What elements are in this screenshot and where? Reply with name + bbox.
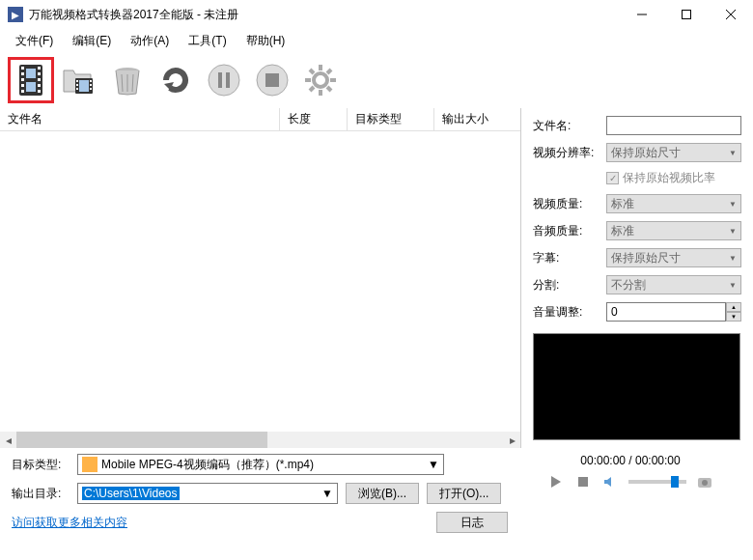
- add-file-button[interactable]: [8, 57, 54, 103]
- svg-line-40: [327, 87, 331, 91]
- open-button[interactable]: 打开(O)...: [427, 483, 501, 504]
- spinner-up[interactable]: ▲: [726, 302, 741, 312]
- settings-button[interactable]: [297, 57, 344, 103]
- subtitle-label: 字幕:: [533, 250, 600, 266]
- svg-rect-18: [76, 80, 78, 82]
- pause-button[interactable]: [201, 57, 247, 103]
- col-output-size[interactable]: 输出大小: [434, 108, 520, 130]
- svg-rect-9: [21, 90, 24, 93]
- output-dir-label: 输出目录:: [12, 486, 70, 502]
- volume-icon[interactable]: [601, 473, 619, 490]
- output-dir-select[interactable]: C:\Users\1\Videos ▼: [77, 483, 338, 504]
- menu-tools[interactable]: 工具(T): [181, 31, 234, 51]
- filename-input[interactable]: [606, 116, 741, 135]
- svg-point-34: [314, 73, 327, 87]
- menu-edit[interactable]: 编辑(E): [65, 31, 119, 51]
- svg-rect-16: [26, 82, 36, 92]
- svg-rect-11: [38, 72, 41, 75]
- split-select[interactable]: 不分割▼: [606, 275, 741, 294]
- convert-arrow-icon: [156, 61, 195, 99]
- svg-rect-33: [265, 73, 279, 87]
- svg-point-29: [209, 65, 239, 96]
- titlebar: ▶ 万能视频格式转换器2017全能版 - 未注册: [0, 0, 753, 29]
- svg-rect-21: [90, 80, 92, 82]
- svg-line-41: [310, 87, 314, 91]
- toolbar: [0, 52, 753, 108]
- svg-rect-22: [90, 84, 92, 86]
- video-quality-select[interactable]: 标准▼: [606, 194, 741, 213]
- file-list-panel: 文件名 长度 目标类型 输出大小 ◂ ▸: [0, 108, 521, 448]
- maximize-button[interactable]: [664, 0, 709, 29]
- svg-rect-24: [79, 80, 89, 92]
- svg-rect-23: [90, 88, 92, 90]
- svg-rect-5: [21, 67, 24, 70]
- scroll-right-arrow[interactable]: ▸: [504, 432, 520, 448]
- video-preview: [533, 333, 740, 440]
- gear-icon: [301, 61, 340, 99]
- svg-rect-19: [76, 84, 78, 86]
- delete-button[interactable]: [104, 57, 151, 103]
- close-button[interactable]: [709, 0, 753, 29]
- col-filename[interactable]: 文件名: [0, 108, 280, 130]
- horizontal-scrollbar[interactable]: ◂ ▸: [0, 432, 520, 448]
- video-quality-label: 视频质量:: [533, 196, 600, 212]
- svg-rect-13: [38, 84, 41, 87]
- scroll-left-arrow[interactable]: ◂: [0, 432, 16, 448]
- scroll-thumb[interactable]: [16, 432, 267, 448]
- svg-rect-30: [218, 72, 222, 88]
- svg-rect-6: [21, 72, 24, 75]
- player-stop-button[interactable]: [574, 473, 592, 490]
- main-area: 文件名 长度 目标类型 输出大小 ◂ ▸ 文件名: 视频分辨率: 保持原始尺寸▼…: [0, 108, 753, 448]
- svg-rect-10: [38, 67, 41, 70]
- svg-rect-15: [26, 69, 36, 78]
- keep-ratio-checkbox[interactable]: ✓: [606, 172, 619, 184]
- film-icon: [12, 61, 50, 99]
- trash-icon: [108, 61, 147, 99]
- resolution-label: 视频分辨率:: [533, 145, 600, 161]
- player-panel: 00:00:00 / 00:00:00: [519, 454, 741, 533]
- col-length[interactable]: 长度: [280, 108, 348, 130]
- audio-quality-select[interactable]: 标准▼: [606, 221, 741, 240]
- col-target-type[interactable]: 目标类型: [348, 108, 434, 130]
- subtitle-select[interactable]: 保持原始尺寸▼: [606, 248, 741, 267]
- target-type-select[interactable]: Mobile MPEG-4视频编码（推荐）(*.mp4) ▼: [77, 454, 444, 475]
- filename-label: 文件名:: [533, 118, 600, 134]
- list-header: 文件名 长度 目标类型 输出大小: [0, 108, 520, 131]
- format-icon: [82, 457, 98, 472]
- svg-rect-1: [683, 11, 691, 19]
- pause-icon: [205, 61, 243, 99]
- properties-panel: 文件名: 视频分辨率: 保持原始尺寸▼ ✓ 保持原始视频比率 视频质量: 标准▼…: [521, 108, 753, 448]
- spinner-down[interactable]: ▼: [726, 312, 741, 322]
- browse-button[interactable]: 浏览(B)...: [346, 483, 419, 504]
- snapshot-button[interactable]: [696, 473, 713, 490]
- menu-action[interactable]: 动作(A): [123, 31, 177, 51]
- volume-slider[interactable]: [628, 480, 686, 484]
- stop-button[interactable]: [249, 57, 295, 103]
- volume-label: 音量调整:: [533, 304, 600, 321]
- audio-quality-label: 音频质量:: [533, 223, 600, 239]
- folder-film-icon: [60, 61, 98, 99]
- add-folder-button[interactable]: [56, 57, 102, 103]
- file-list[interactable]: [0, 131, 520, 432]
- svg-rect-14: [38, 90, 41, 93]
- svg-line-39: [310, 70, 314, 73]
- play-button[interactable]: [547, 473, 565, 490]
- menu-help[interactable]: 帮助(H): [238, 31, 293, 51]
- svg-rect-31: [226, 72, 230, 88]
- related-link[interactable]: 访问获取更多相关内容: [12, 515, 127, 531]
- svg-rect-12: [38, 78, 41, 81]
- window-title: 万能视频格式转换器2017全能版 - 未注册: [29, 7, 620, 23]
- resolution-select[interactable]: 保持原始尺寸▼: [606, 143, 741, 162]
- menubar: 文件(F) 编辑(E) 动作(A) 工具(T) 帮助(H): [0, 29, 753, 52]
- svg-point-45: [702, 480, 708, 486]
- svg-rect-7: [21, 78, 24, 81]
- stop-icon: [253, 61, 292, 99]
- svg-rect-8: [21, 84, 24, 87]
- minimize-button[interactable]: [620, 0, 664, 29]
- svg-rect-43: [578, 477, 588, 487]
- volume-spinner[interactable]: 0 ▲▼: [606, 302, 741, 322]
- split-label: 分割:: [533, 277, 600, 294]
- convert-button[interactable]: [153, 57, 199, 103]
- menu-file[interactable]: 文件(F): [8, 31, 61, 51]
- log-button[interactable]: 日志: [436, 512, 508, 533]
